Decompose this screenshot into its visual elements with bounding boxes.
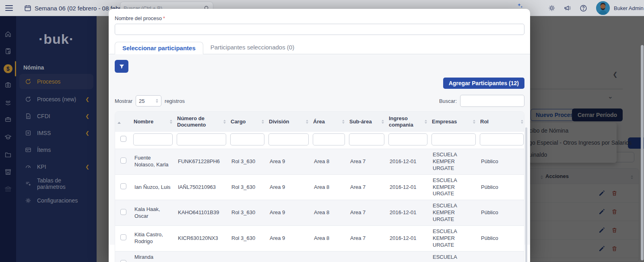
sparkle-icon[interactable] xyxy=(517,2,523,9)
buscar-label: Buscar: xyxy=(439,98,457,104)
sort-icon xyxy=(118,120,121,124)
sort-icon xyxy=(306,119,308,125)
filter-subarea-input[interactable] xyxy=(349,133,384,145)
table-controls: Mostrar 25 registros Buscar: xyxy=(115,95,524,107)
announcements-icon[interactable] xyxy=(564,4,571,12)
row-checkbox[interactable] xyxy=(120,234,126,240)
participant-row: Kitia Castro, RodrigoKICR630120NX3 Rol 3… xyxy=(115,226,524,252)
page-scrollbar[interactable] xyxy=(641,45,644,260)
participant-row: Ian Ñuzco, LuisIAÑL750210963 Rol 3_630Ar… xyxy=(115,174,524,200)
participants-tabs: Seleccionar participantes Participantes … xyxy=(109,41,530,54)
tab-seleccionar-participantes[interactable]: Seleccionar participantes xyxy=(115,42,203,54)
process-name-input[interactable] xyxy=(115,24,524,35)
column-filter-row xyxy=(115,132,524,149)
sort-icon xyxy=(382,119,384,125)
sort-icon xyxy=(473,119,475,125)
show-label: Mostrar xyxy=(115,98,132,104)
row-checkbox[interactable] xyxy=(120,209,126,215)
filter-documento-input[interactable] xyxy=(177,133,226,145)
filter-button[interactable] xyxy=(115,60,128,73)
row-checkbox[interactable] xyxy=(120,183,126,189)
participants-table: Nombre Número de Documento Cargo Divisió… xyxy=(115,111,524,262)
registros-label: registros xyxy=(165,98,185,104)
sort-icon xyxy=(223,119,226,125)
process-name-label: Nombre del proceso* xyxy=(115,15,524,21)
column-area[interactable]: Área xyxy=(311,112,347,132)
calendar-icon[interactable] xyxy=(24,4,31,12)
select-all-column[interactable] xyxy=(115,112,131,132)
required-marker: * xyxy=(163,15,165,21)
sort-icon xyxy=(342,119,345,125)
select-participants-panel: Agregar Participantes (12) Mostrar 25 re… xyxy=(109,54,530,245)
user-name[interactable]: Buker Admin xyxy=(614,5,644,11)
table-search-input[interactable] xyxy=(460,95,524,107)
filter-nombre-input[interactable] xyxy=(133,133,173,145)
filter-area-input[interactable] xyxy=(313,133,345,145)
funnel-icon xyxy=(119,63,125,70)
column-subarea[interactable]: Sub-área xyxy=(347,112,386,132)
column-division[interactable]: División xyxy=(266,112,311,132)
filter-ingreso-input[interactable] xyxy=(388,133,427,145)
column-documento[interactable]: Número de Documento xyxy=(175,112,228,132)
page-size-select[interactable]: 25 xyxy=(136,95,161,106)
help-icon[interactable] xyxy=(580,4,587,12)
participant-row: Fuente Nolasco, KarlaFUNK671228PH6 Rol 3… xyxy=(115,149,524,175)
column-empresas[interactable]: Empresas xyxy=(429,112,478,132)
menu-icon[interactable] xyxy=(5,5,13,11)
sort-icon xyxy=(425,119,427,125)
column-cargo[interactable]: Cargo xyxy=(228,112,266,132)
filter-division-input[interactable] xyxy=(268,133,309,145)
sort-icon xyxy=(170,119,172,125)
tab-participantes-seleccionados[interactable]: Participantes seleccionados (0) xyxy=(203,41,301,54)
new-process-modal: Nombre del proceso* Seleccionar particip… xyxy=(109,9,530,262)
modal-scrollbar[interactable] xyxy=(525,127,527,262)
settings-icon[interactable] xyxy=(548,4,555,12)
filter-empresas-input[interactable] xyxy=(431,133,476,145)
sort-icon xyxy=(521,119,523,125)
filter-cargo-input[interactable] xyxy=(230,133,264,145)
filter-rol-input[interactable] xyxy=(480,133,524,145)
spinner-icon xyxy=(156,98,158,104)
participant-row: Kala Haak, OscarKAHO641101B39 Rol 3_630A… xyxy=(115,200,524,226)
user-avatar[interactable] xyxy=(596,1,610,15)
add-participants-button[interactable]: Agregar Participantes (12) xyxy=(443,78,524,89)
column-ingreso[interactable]: Ingreso compania xyxy=(386,112,429,132)
column-rol[interactable]: Rol xyxy=(478,112,524,132)
select-all-checkbox[interactable] xyxy=(120,136,126,142)
column-nombre[interactable]: Nombre xyxy=(131,112,175,132)
row-checkbox[interactable] xyxy=(120,158,126,164)
sort-icon xyxy=(262,119,264,125)
row-checkbox[interactable] xyxy=(120,260,126,262)
modal-overlay xyxy=(0,16,97,262)
participant-row: Miranda Sanchez, CeciliaMISC491214B86 Ro… xyxy=(115,251,524,262)
